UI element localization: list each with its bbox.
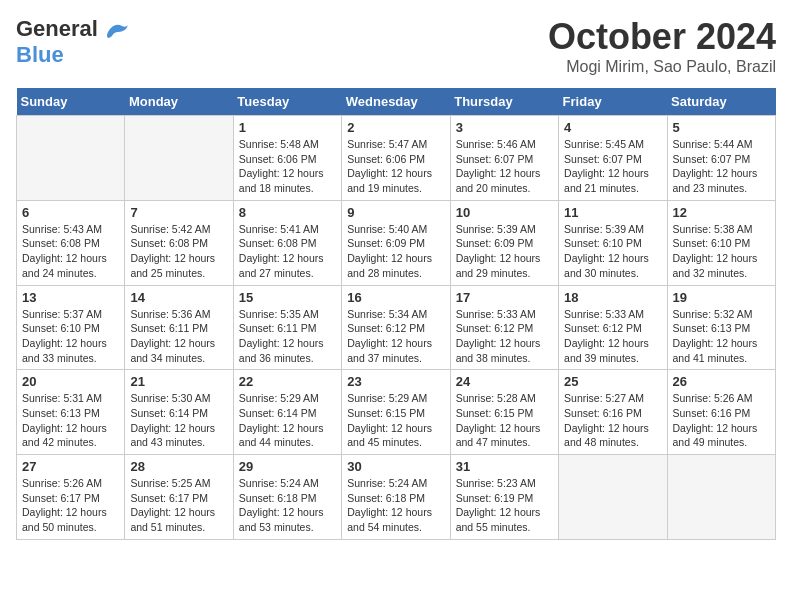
day-info: Sunrise: 5:37 AMSunset: 6:10 PMDaylight:… xyxy=(22,307,119,366)
day-number: 14 xyxy=(130,290,227,305)
day-info: Sunrise: 5:47 AMSunset: 6:06 PMDaylight:… xyxy=(347,137,444,196)
day-info: Sunrise: 5:29 AMSunset: 6:15 PMDaylight:… xyxy=(347,391,444,450)
day-info: Sunrise: 5:27 AMSunset: 6:16 PMDaylight:… xyxy=(564,391,661,450)
day-number: 15 xyxy=(239,290,336,305)
empty-cell xyxy=(125,116,233,201)
logo-text: General xyxy=(16,16,130,42)
week-row-4: 20Sunrise: 5:31 AMSunset: 6:13 PMDayligh… xyxy=(17,370,776,455)
day-info: Sunrise: 5:40 AMSunset: 6:09 PMDaylight:… xyxy=(347,222,444,281)
day-info: Sunrise: 5:36 AMSunset: 6:11 PMDaylight:… xyxy=(130,307,227,366)
day-number: 2 xyxy=(347,120,444,135)
day-number: 9 xyxy=(347,205,444,220)
day-cell-11: 11Sunrise: 5:39 AMSunset: 6:10 PMDayligh… xyxy=(559,200,667,285)
day-cell-21: 21Sunrise: 5:30 AMSunset: 6:14 PMDayligh… xyxy=(125,370,233,455)
calendar-table: SundayMondayTuesdayWednesdayThursdayFrid… xyxy=(16,88,776,540)
day-info: Sunrise: 5:31 AMSunset: 6:13 PMDaylight:… xyxy=(22,391,119,450)
day-cell-7: 7Sunrise: 5:42 AMSunset: 6:08 PMDaylight… xyxy=(125,200,233,285)
day-number: 26 xyxy=(673,374,770,389)
day-cell-10: 10Sunrise: 5:39 AMSunset: 6:09 PMDayligh… xyxy=(450,200,558,285)
day-info: Sunrise: 5:38 AMSunset: 6:10 PMDaylight:… xyxy=(673,222,770,281)
day-number: 16 xyxy=(347,290,444,305)
empty-cell xyxy=(667,455,775,540)
day-info: Sunrise: 5:35 AMSunset: 6:11 PMDaylight:… xyxy=(239,307,336,366)
day-number: 28 xyxy=(130,459,227,474)
day-number: 8 xyxy=(239,205,336,220)
header-day-thursday: Thursday xyxy=(450,88,558,116)
day-cell-27: 27Sunrise: 5:26 AMSunset: 6:17 PMDayligh… xyxy=(17,455,125,540)
day-cell-25: 25Sunrise: 5:27 AMSunset: 6:16 PMDayligh… xyxy=(559,370,667,455)
week-row-2: 6Sunrise: 5:43 AMSunset: 6:08 PMDaylight… xyxy=(17,200,776,285)
empty-cell xyxy=(17,116,125,201)
day-info: Sunrise: 5:45 AMSunset: 6:07 PMDaylight:… xyxy=(564,137,661,196)
week-row-5: 27Sunrise: 5:26 AMSunset: 6:17 PMDayligh… xyxy=(17,455,776,540)
day-info: Sunrise: 5:24 AMSunset: 6:18 PMDaylight:… xyxy=(239,476,336,535)
day-number: 5 xyxy=(673,120,770,135)
calendar-header: SundayMondayTuesdayWednesdayThursdayFrid… xyxy=(17,88,776,116)
day-number: 10 xyxy=(456,205,553,220)
week-row-3: 13Sunrise: 5:37 AMSunset: 6:10 PMDayligh… xyxy=(17,285,776,370)
day-number: 1 xyxy=(239,120,336,135)
day-info: Sunrise: 5:41 AMSunset: 6:08 PMDaylight:… xyxy=(239,222,336,281)
day-number: 21 xyxy=(130,374,227,389)
day-cell-20: 20Sunrise: 5:31 AMSunset: 6:13 PMDayligh… xyxy=(17,370,125,455)
day-info: Sunrise: 5:26 AMSunset: 6:16 PMDaylight:… xyxy=(673,391,770,450)
day-cell-13: 13Sunrise: 5:37 AMSunset: 6:10 PMDayligh… xyxy=(17,285,125,370)
day-number: 6 xyxy=(22,205,119,220)
day-cell-9: 9Sunrise: 5:40 AMSunset: 6:09 PMDaylight… xyxy=(342,200,450,285)
day-cell-28: 28Sunrise: 5:25 AMSunset: 6:17 PMDayligh… xyxy=(125,455,233,540)
header-row: SundayMondayTuesdayWednesdayThursdayFrid… xyxy=(17,88,776,116)
day-cell-31: 31Sunrise: 5:23 AMSunset: 6:19 PMDayligh… xyxy=(450,455,558,540)
title-block: October 2024 Mogi Mirim, Sao Paulo, Braz… xyxy=(548,16,776,76)
day-info: Sunrise: 5:43 AMSunset: 6:08 PMDaylight:… xyxy=(22,222,119,281)
day-cell-22: 22Sunrise: 5:29 AMSunset: 6:14 PMDayligh… xyxy=(233,370,341,455)
day-number: 13 xyxy=(22,290,119,305)
day-number: 30 xyxy=(347,459,444,474)
day-cell-5: 5Sunrise: 5:44 AMSunset: 6:07 PMDaylight… xyxy=(667,116,775,201)
header-day-tuesday: Tuesday xyxy=(233,88,341,116)
day-number: 22 xyxy=(239,374,336,389)
day-info: Sunrise: 5:28 AMSunset: 6:15 PMDaylight:… xyxy=(456,391,553,450)
empty-cell xyxy=(559,455,667,540)
day-number: 11 xyxy=(564,205,661,220)
day-cell-17: 17Sunrise: 5:33 AMSunset: 6:12 PMDayligh… xyxy=(450,285,558,370)
day-number: 23 xyxy=(347,374,444,389)
day-number: 25 xyxy=(564,374,661,389)
day-cell-30: 30Sunrise: 5:24 AMSunset: 6:18 PMDayligh… xyxy=(342,455,450,540)
day-cell-4: 4Sunrise: 5:45 AMSunset: 6:07 PMDaylight… xyxy=(559,116,667,201)
day-cell-16: 16Sunrise: 5:34 AMSunset: 6:12 PMDayligh… xyxy=(342,285,450,370)
day-cell-2: 2Sunrise: 5:47 AMSunset: 6:06 PMDaylight… xyxy=(342,116,450,201)
day-cell-23: 23Sunrise: 5:29 AMSunset: 6:15 PMDayligh… xyxy=(342,370,450,455)
day-number: 27 xyxy=(22,459,119,474)
day-info: Sunrise: 5:42 AMSunset: 6:08 PMDaylight:… xyxy=(130,222,227,281)
header-day-sunday: Sunday xyxy=(17,88,125,116)
location-title: Mogi Mirim, Sao Paulo, Brazil xyxy=(548,58,776,76)
month-title: October 2024 xyxy=(548,16,776,58)
day-info: Sunrise: 5:32 AMSunset: 6:13 PMDaylight:… xyxy=(673,307,770,366)
day-info: Sunrise: 5:33 AMSunset: 6:12 PMDaylight:… xyxy=(456,307,553,366)
day-cell-24: 24Sunrise: 5:28 AMSunset: 6:15 PMDayligh… xyxy=(450,370,558,455)
day-info: Sunrise: 5:33 AMSunset: 6:12 PMDaylight:… xyxy=(564,307,661,366)
day-number: 24 xyxy=(456,374,553,389)
day-number: 31 xyxy=(456,459,553,474)
day-number: 12 xyxy=(673,205,770,220)
logo: General Blue xyxy=(16,16,130,68)
day-number: 4 xyxy=(564,120,661,135)
day-number: 17 xyxy=(456,290,553,305)
day-info: Sunrise: 5:46 AMSunset: 6:07 PMDaylight:… xyxy=(456,137,553,196)
day-info: Sunrise: 5:34 AMSunset: 6:12 PMDaylight:… xyxy=(347,307,444,366)
day-info: Sunrise: 5:48 AMSunset: 6:06 PMDaylight:… xyxy=(239,137,336,196)
day-cell-19: 19Sunrise: 5:32 AMSunset: 6:13 PMDayligh… xyxy=(667,285,775,370)
header-day-monday: Monday xyxy=(125,88,233,116)
day-info: Sunrise: 5:30 AMSunset: 6:14 PMDaylight:… xyxy=(130,391,227,450)
day-info: Sunrise: 5:39 AMSunset: 6:09 PMDaylight:… xyxy=(456,222,553,281)
day-cell-29: 29Sunrise: 5:24 AMSunset: 6:18 PMDayligh… xyxy=(233,455,341,540)
page-header: General Blue October 2024 Mogi Mirim, Sa… xyxy=(16,16,776,76)
day-info: Sunrise: 5:29 AMSunset: 6:14 PMDaylight:… xyxy=(239,391,336,450)
day-number: 3 xyxy=(456,120,553,135)
logo-bird-icon xyxy=(104,20,130,40)
day-cell-15: 15Sunrise: 5:35 AMSunset: 6:11 PMDayligh… xyxy=(233,285,341,370)
day-cell-6: 6Sunrise: 5:43 AMSunset: 6:08 PMDaylight… xyxy=(17,200,125,285)
day-cell-18: 18Sunrise: 5:33 AMSunset: 6:12 PMDayligh… xyxy=(559,285,667,370)
header-day-friday: Friday xyxy=(559,88,667,116)
week-row-1: 1Sunrise: 5:48 AMSunset: 6:06 PMDaylight… xyxy=(17,116,776,201)
